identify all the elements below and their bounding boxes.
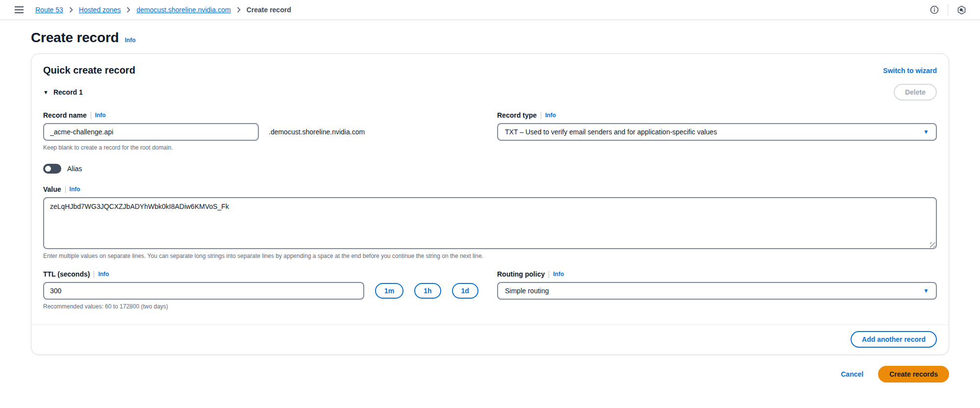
page-info-link[interactable]: Info [125, 37, 135, 44]
record-name-input[interactable] [43, 123, 259, 141]
add-another-record-button[interactable]: Add another record [851, 331, 937, 348]
domain-suffix: .democust.shoreline.nvidia.com [269, 128, 365, 136]
page-title-row: Create record Info [31, 30, 949, 46]
ttl-field: TTL (seconds) Info 1m 1h 1d Recommended … [43, 270, 485, 310]
alias-toggle[interactable] [43, 164, 61, 174]
card-footer: Add another record [31, 325, 949, 355]
routing-policy-label: Routing policy [497, 270, 545, 278]
alias-row: Alias [31, 164, 949, 174]
info-panel-icon[interactable] [929, 4, 940, 15]
topbar-right [929, 4, 967, 16]
alias-label: Alias [67, 165, 82, 173]
ttl-preset-1h-button[interactable]: 1h [414, 283, 441, 299]
record-name-field: Record name Info .democust.shoreline.nvi… [43, 111, 485, 151]
breadcrumb: Route 53 Hosted zones democust.shoreline… [35, 6, 291, 14]
switch-to-wizard-link[interactable]: Switch to wizard [883, 67, 937, 75]
value-textarea[interactable]: zeLqHJbd7WG3JQCXZJbADYhWbk0kI8ADiw6KMVoS… [43, 197, 937, 249]
main-content: Create record Info Quick create record S… [0, 30, 980, 382]
label-divider [65, 186, 66, 193]
menu-icon[interactable] [13, 4, 25, 15]
label-divider [549, 271, 549, 278]
topbar-divider [948, 4, 948, 16]
record-type-info-link[interactable]: Info [545, 112, 556, 119]
ttl-input[interactable] [43, 282, 364, 300]
card-title: Quick create record [43, 65, 135, 76]
label-divider [541, 112, 541, 119]
cancel-button[interactable]: Cancel [841, 370, 863, 378]
value-help: Enter multiple values on separate lines.… [43, 253, 937, 259]
record-type-select[interactable]: TXT – Used to verify email senders and f… [497, 123, 937, 141]
breadcrumb-chevron-icon [237, 7, 241, 13]
record-header-label: Record 1 [53, 88, 83, 96]
label-divider [94, 271, 94, 278]
label-divider [91, 112, 91, 119]
breadcrumb-link-hosted-zone-name[interactable]: democust.shoreline.nvidia.com [136, 6, 230, 14]
caret-down-icon: ▼ [923, 287, 929, 294]
ttl-preset-1d-button[interactable]: 1d [452, 283, 478, 299]
record-1-expander[interactable]: ▼ Record 1 [43, 88, 83, 96]
cloudshell-icon[interactable] [956, 4, 967, 16]
ttl-help: Recommended values: 60 to 172800 (two da… [43, 303, 485, 310]
record-type-label: Record type [497, 111, 537, 119]
breadcrumb-chevron-icon [69, 7, 73, 13]
ttl-routing-row: TTL (seconds) Info 1m 1h 1d Recommended … [31, 270, 949, 310]
topbar: Route 53 Hosted zones democust.shoreline… [0, 0, 980, 20]
record-header-row: ▼ Record 1 Delete [31, 84, 949, 101]
value-label: Value [43, 185, 61, 193]
routing-policy-selected-value: Simple routing [505, 287, 549, 295]
page-title: Create record [31, 30, 119, 46]
form-actions: Cancel Create records [31, 366, 949, 382]
toggle-knob [45, 166, 51, 172]
routing-policy-field: Routing policy Info Simple routing ▼ [497, 270, 937, 300]
record-type-field: Record type Info TXT – Used to verify em… [497, 111, 937, 141]
routing-policy-select[interactable]: Simple routing ▼ [497, 282, 937, 300]
record-type-selected-value: TXT – Used to verify email senders and f… [505, 128, 717, 136]
ttl-label: TTL (seconds) [43, 270, 90, 278]
routing-policy-info-link[interactable]: Info [553, 271, 564, 278]
delete-button[interactable]: Delete [894, 84, 937, 101]
ttl-preset-1m-button[interactable]: 1m [375, 283, 403, 299]
record-name-help: Keep blank to create a record for the ro… [43, 144, 485, 151]
name-type-row: Record name Info .democust.shoreline.nvi… [31, 111, 949, 151]
value-field: Value Info zeLqHJbd7WG3JQCXZJbADYhWbk0kI… [31, 185, 949, 259]
breadcrumb-link-hosted-zones[interactable]: Hosted zones [79, 6, 121, 14]
value-info-link[interactable]: Info [70, 186, 80, 193]
page: Route 53 Hosted zones democust.shoreline… [0, 0, 980, 408]
breadcrumb-current: Create record [247, 6, 291, 14]
collapse-caret-icon: ▼ [43, 90, 49, 95]
breadcrumb-link-route53[interactable]: Route 53 [35, 6, 63, 14]
card-header: Quick create record Switch to wizard [31, 54, 949, 78]
record-name-label: Record name [43, 111, 87, 119]
quick-create-card: Quick create record Switch to wizard ▼ R… [31, 53, 949, 355]
record-name-info-link[interactable]: Info [95, 112, 106, 119]
create-records-button[interactable]: Create records [878, 366, 949, 382]
caret-down-icon: ▼ [923, 128, 929, 135]
ttl-info-link[interactable]: Info [98, 271, 109, 278]
breadcrumb-chevron-icon [126, 7, 130, 13]
